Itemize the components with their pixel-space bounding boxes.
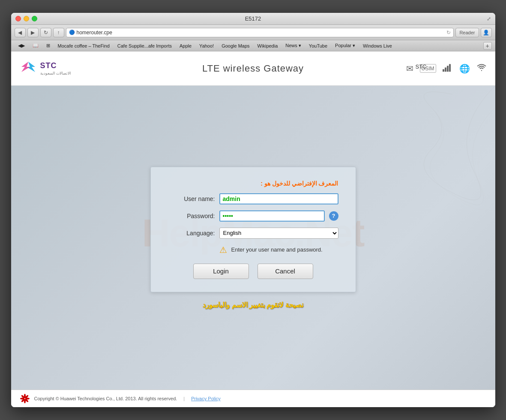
login-box: : المعرف الإفتراضي للدخول هو User name: … bbox=[150, 167, 356, 292]
bm-reading-list[interactable]: 📖 bbox=[29, 42, 42, 49]
usim-icon: USIM bbox=[420, 64, 436, 73]
warning-icon: ⚠ bbox=[219, 245, 227, 255]
back-button[interactable]: ◀ bbox=[15, 28, 26, 37]
bm-mocafe[interactable]: Mocafe coffee – TheFind bbox=[54, 42, 113, 49]
forward-button[interactable]: ▶ bbox=[27, 28, 39, 37]
router-header: STC الاتصالات السعودية LTE wireless Gate… bbox=[11, 51, 495, 86]
stc-arabic-text: الاتصالات السعودية bbox=[40, 71, 72, 75]
password-input[interactable] bbox=[219, 210, 325, 222]
window-title: E5172 bbox=[245, 15, 261, 22]
globe-icon[interactable]: 🌐 bbox=[459, 63, 470, 74]
bookmarks-bar: ◀▶ 📖 ⊞ Mocafe coffee – TheFind Cafe Supp… bbox=[11, 40, 495, 51]
email-icon[interactable]: ✉ bbox=[406, 63, 413, 74]
header-icons: ✉ USIM 🌐 bbox=[406, 63, 487, 74]
button-row: Login Cancel bbox=[168, 264, 338, 279]
language-label: Language: bbox=[168, 230, 215, 237]
warning-row: ⚠ Enter your user name and password. bbox=[168, 245, 338, 255]
bm-news[interactable]: News ▾ bbox=[282, 42, 305, 49]
minimize-button[interactable] bbox=[24, 16, 29, 21]
warning-text: Enter your user name and password. bbox=[231, 246, 323, 253]
svg-rect-3 bbox=[445, 67, 446, 72]
web-content: STC الاتصالات السعودية LTE wireless Gate… bbox=[11, 51, 495, 407]
page-footer: Copyright © Huawei Technologies Co., Ltd… bbox=[11, 390, 495, 407]
page-body: HelpMac.Net : المعرف الإفتراضي للدخول هو… bbox=[11, 86, 495, 390]
nav-bar: ◀ ▶ ↻ ↑ 🔵 homerouter.cpe ↻ Reader 👤 bbox=[11, 25, 495, 40]
arabic-notice: نصيحة لاتقوم بتغيير الاسم والباسورد bbox=[203, 301, 303, 309]
close-button[interactable] bbox=[15, 16, 21, 21]
browser-window: E5172 ⤢ ◀ ▶ ↻ ↑ 🔵 homerouter.cpe ↻ Reade… bbox=[11, 13, 495, 407]
bm-yahoo[interactable]: Yahoo! bbox=[196, 42, 217, 49]
bm-wikipedia[interactable]: Wikipedia bbox=[254, 42, 281, 49]
username-row: User name: bbox=[168, 193, 338, 204]
url-security-icon: 🔵 bbox=[69, 30, 75, 35]
bm-nav-arrows[interactable]: ◀▶ bbox=[15, 42, 28, 49]
username-input[interactable] bbox=[219, 193, 338, 204]
svg-marker-1 bbox=[21, 62, 30, 72]
huawei-logo bbox=[20, 393, 30, 404]
stc-logo: STC الاتصالات السعودية bbox=[20, 60, 72, 77]
expand-icon[interactable]: ⤢ bbox=[487, 16, 491, 22]
maximize-button[interactable] bbox=[32, 16, 37, 21]
bm-apple[interactable]: Apple bbox=[176, 42, 195, 49]
add-bookmark-button[interactable]: + bbox=[483, 42, 492, 50]
bm-popular[interactable]: Popular ▾ bbox=[332, 42, 359, 49]
username-label: User name: bbox=[168, 195, 215, 202]
refresh-inline-icon[interactable]: ↻ bbox=[446, 30, 451, 36]
bm-windows-live[interactable]: Windows Live bbox=[359, 42, 395, 49]
help-button[interactable]: ? bbox=[329, 211, 338, 221]
arabic-hint: : المعرف الإفتراضي للدخول هو bbox=[168, 180, 338, 187]
bm-google-maps[interactable]: Google Maps bbox=[218, 42, 253, 49]
language-select[interactable]: English Arabic French bbox=[219, 228, 338, 239]
password-row: Password: ? bbox=[168, 210, 338, 222]
login-button[interactable]: Login bbox=[193, 264, 249, 279]
bm-cafe-supplies[interactable]: Cafe Supplie...afe Imports bbox=[114, 42, 175, 49]
privacy-policy-link[interactable]: Privacy Policy bbox=[191, 396, 220, 401]
share-button[interactable]: ↑ bbox=[53, 28, 64, 37]
bm-youtube[interactable]: YouTube bbox=[305, 42, 331, 49]
footer-separator: | bbox=[183, 396, 185, 401]
svg-rect-5 bbox=[449, 64, 451, 72]
password-label: Password: bbox=[168, 213, 215, 219]
url-text: homerouter.cpe bbox=[77, 30, 445, 36]
svg-rect-4 bbox=[447, 66, 449, 72]
url-bar[interactable]: 🔵 homerouter.cpe ↻ bbox=[66, 28, 454, 37]
stc-text: STC bbox=[40, 61, 57, 70]
signal-icon bbox=[443, 63, 453, 74]
stc-logo-svg bbox=[20, 60, 37, 77]
window-controls bbox=[15, 16, 37, 21]
person-button[interactable]: 👤 bbox=[481, 28, 492, 37]
footer-copyright: Copyright © Huawei Technologies Co., Ltd… bbox=[34, 396, 177, 401]
reader-button[interactable]: Reader bbox=[455, 28, 479, 37]
svg-rect-2 bbox=[443, 69, 444, 72]
wifi-icon[interactable] bbox=[476, 63, 487, 74]
bm-grid[interactable]: ⊞ bbox=[43, 42, 54, 49]
gateway-title: LTE wireless Gateway bbox=[202, 63, 304, 74]
title-bar: E5172 ⤢ bbox=[11, 13, 495, 25]
language-row: Language: English Arabic French bbox=[168, 228, 338, 239]
refresh-button[interactable]: ↻ bbox=[40, 28, 51, 37]
cancel-button[interactable]: Cancel bbox=[257, 264, 313, 279]
nav-right: Reader 👤 bbox=[455, 28, 491, 37]
